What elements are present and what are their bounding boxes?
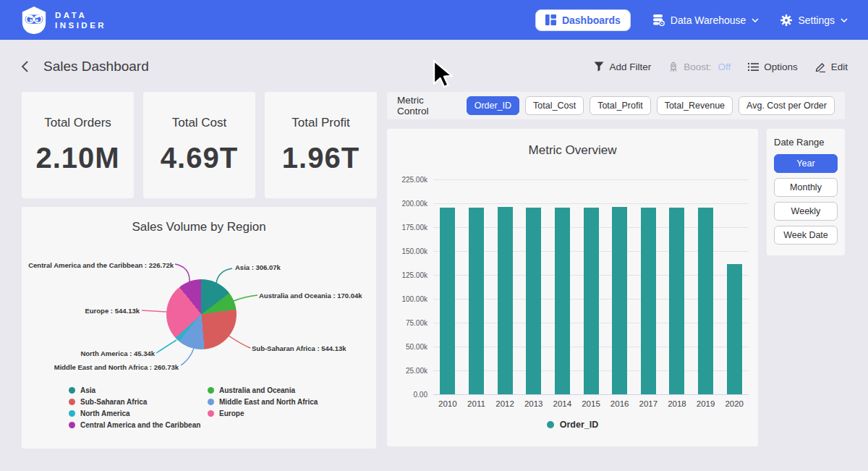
- edit-button[interactable]: Edit: [815, 61, 848, 72]
- legend-dot: [69, 422, 75, 428]
- bar-2012[interactable]: [498, 207, 513, 394]
- sales-volume-chart-card: Sales Volume by Region Central America a…: [22, 207, 376, 449]
- pencil-icon: [815, 61, 826, 72]
- kpi-label: Total Profit: [292, 116, 349, 130]
- y-tick-label: 175.00k: [401, 223, 427, 231]
- pie-legend-item-europe[interactable]: Europe: [208, 410, 318, 417]
- pie-legend-item-north-america[interactable]: North America: [69, 410, 200, 417]
- bar-2014[interactable]: [555, 208, 570, 394]
- bar-slot: [462, 179, 491, 394]
- pie-legend-item-sub-saharan-africa[interactable]: Sub-Saharan Africa: [69, 398, 200, 405]
- gridline: [433, 394, 749, 395]
- mouse-cursor: [433, 59, 454, 90]
- boost-toggle[interactable]: Boost:Off: [668, 61, 731, 72]
- bar-2017[interactable]: [641, 208, 656, 394]
- legend-dot: [208, 387, 214, 394]
- pie-legend-item-central-america-and-the-caribbean[interactable]: Central America and the Caribbean: [69, 421, 200, 428]
- pie-label-sub-saharan-africa: Sub-Saharan Africa : 544.13k: [252, 344, 346, 352]
- legend-dot: [208, 410, 214, 417]
- data-warehouse-label: Data Warehouse: [671, 14, 746, 26]
- pie-label-australia-oceania: Australia and Oceania : 170.04k: [259, 292, 362, 300]
- pie-legend-item-australia-and-oceania[interactable]: Australia and Oceania: [208, 386, 318, 394]
- bar-2011[interactable]: [469, 208, 484, 394]
- y-tick-label: 200.00k: [401, 199, 427, 207]
- y-tick-label: 150.00k: [401, 247, 427, 255]
- options-button[interactable]: Options: [748, 61, 798, 72]
- bar-slot: [663, 179, 692, 394]
- date-range-button-monthly[interactable]: Monthly: [774, 178, 838, 197]
- boost-value: Off: [718, 61, 731, 72]
- bar-2018[interactable]: [669, 208, 684, 394]
- x-tick-label: 2017: [634, 399, 663, 408]
- metric-button-avg-cost-per-order[interactable]: Avg. Cost per Order: [739, 96, 835, 115]
- pie-legend-item-middle-east-and-north-africa[interactable]: Middle East and North Africa: [208, 398, 318, 405]
- date-range-panel: Date Range YearMonthlyWeeklyWeek Date: [767, 129, 845, 255]
- kpi-label: Total Cost: [172, 116, 227, 130]
- pie-chart[interactable]: [166, 279, 237, 349]
- pie-legend-item-asia[interactable]: Asia: [69, 386, 200, 394]
- dashboards-label: Dashboards: [562, 14, 621, 26]
- legend-label: North America: [80, 410, 130, 417]
- kpi-value: 1.96T: [282, 142, 359, 174]
- bar-slot: [692, 179, 720, 394]
- top-navbar: DATA INSIDER Dashboards: [0, 0, 868, 40]
- gear-icon: [780, 14, 792, 26]
- back-button[interactable]: [20, 60, 29, 73]
- y-tick-label: 25.00k: [406, 366, 427, 374]
- bar-slot: [490, 179, 519, 394]
- settings-menu[interactable]: Settings: [780, 14, 848, 26]
- legend-dot: [69, 410, 75, 417]
- date-range-button-week-date[interactable]: Week Date: [774, 226, 838, 245]
- metric-button-order-id[interactable]: Order_ID: [467, 96, 519, 115]
- kpi-card-total-orders: Total Orders 2.10M: [22, 92, 134, 198]
- y-tick-label: 75.00k: [406, 319, 427, 327]
- bar-slot: [576, 179, 605, 394]
- legend-label: Europe: [219, 410, 244, 417]
- bar-chart-bars: [433, 179, 749, 394]
- metric-control-label: Metric Control: [397, 95, 456, 116]
- bar-slot: [519, 179, 548, 394]
- app-logo[interactable]: DATA INSIDER: [20, 6, 106, 35]
- bar-2020[interactable]: [727, 264, 742, 394]
- bar-2015[interactable]: [584, 208, 599, 394]
- legend-label: Australia and Oceania: [219, 386, 295, 394]
- logo-text-line2: INSIDER: [55, 21, 106, 30]
- kpi-value: 4.69T: [161, 142, 238, 174]
- navbar-menu: Dashboards Data Warehouse: [535, 9, 848, 31]
- add-filter-button[interactable]: Add Filter: [594, 61, 651, 72]
- bar-slot: [605, 179, 634, 394]
- pie-label-central-america: Central America and the Caribbean : 226.…: [28, 261, 174, 269]
- metric-overview-chart-card: Metric Overview 225.00k200.00k175.00k150…: [387, 129, 758, 446]
- options-label: Options: [764, 61, 798, 72]
- metric-control-bar: Metric Control Order_IDTotal_CostTotal_P…: [387, 92, 845, 119]
- y-tick-label: 225.00k: [401, 176, 427, 184]
- x-tick-label: 2010: [433, 399, 462, 408]
- x-tick-label: 2011: [462, 399, 491, 408]
- y-tick-label: 50.00k: [406, 343, 427, 351]
- legend-label: Order_ID: [560, 420, 599, 430]
- pie-legend-column-2: Australia and OceaniaMiddle East and Nor…: [208, 386, 318, 417]
- bar-2019[interactable]: [698, 208, 713, 394]
- metric-button-total-revenue[interactable]: Total_Revenue: [657, 96, 733, 115]
- date-range-button-year[interactable]: Year: [774, 154, 838, 173]
- metric-button-total-cost[interactable]: Total_Cost: [525, 96, 584, 115]
- bar-2016[interactable]: [612, 207, 627, 394]
- bar-2013[interactable]: [526, 208, 541, 394]
- date-range-button-weekly[interactable]: Weekly: [774, 202, 838, 221]
- date-range-options: YearMonthlyWeeklyWeek Date: [767, 154, 845, 245]
- legend-dot: [208, 399, 214, 405]
- bar-slot: [720, 179, 749, 394]
- data-warehouse-menu[interactable]: Data Warehouse: [652, 14, 760, 26]
- bar-2010[interactable]: [440, 208, 455, 394]
- database-icon: [652, 14, 665, 26]
- dashboards-button[interactable]: Dashboards: [535, 9, 631, 31]
- x-tick-label: 2015: [576, 399, 605, 408]
- y-tick-label: 0.00: [414, 391, 427, 399]
- bar-chart-plot-area: [433, 179, 749, 394]
- bar-chart-x-axis: 2010201120122013201420152016201720182019…: [433, 399, 749, 408]
- bar-chart-y-axis: 225.00k200.00k175.00k150.00k125.00k100.0…: [387, 179, 427, 394]
- list-icon: [748, 62, 759, 72]
- legend-dot: [69, 399, 75, 405]
- chevron-down-icon: [841, 18, 848, 22]
- metric-button-total-profit[interactable]: Total_Profit: [590, 96, 651, 115]
